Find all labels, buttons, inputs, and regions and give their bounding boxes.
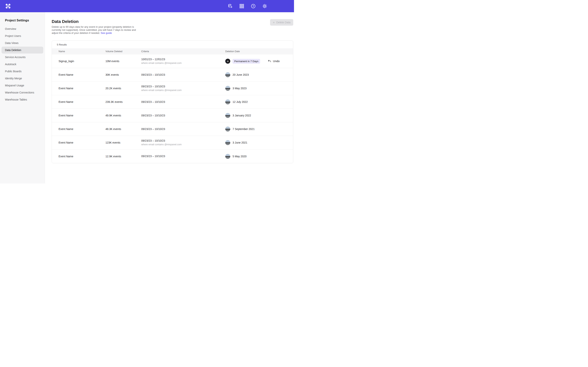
sidebar-item-warehouse-connections[interactable]: Warehouse Connections — [1, 89, 43, 96]
page-description: Delete up to 90 days data for any event … — [52, 25, 138, 35]
criteria-range: 09/23/23 – 10/10/23 — [141, 139, 165, 142]
event-name: Event Name — [59, 114, 105, 117]
volume-deleted: 20.2K events — [105, 87, 141, 90]
criteria: 09/23/23 – 10/10/23 where email contains… — [141, 139, 225, 146]
event-name: Signup_login — [59, 60, 105, 63]
sidebar-item-warehouse-tables[interactable]: Warehouse Tables — [1, 96, 43, 103]
mixpanel-logo[interactable] — [5, 3, 11, 9]
deletion-date: 12 July 2022 — [233, 100, 248, 103]
avatar — [225, 126, 230, 132]
criteria-range: 09/23/23 – 10/10/23 — [141, 155, 165, 158]
deletion-date: 20 June 2023 — [233, 73, 249, 76]
criteria: 09/23/23 – 10/10/23 — [141, 73, 225, 76]
top-bar: ? — [0, 0, 294, 12]
criteria: 09/23/23 – 10/10/23 — [141, 155, 225, 158]
criteria: 09/23/23 – 10/10/23 where email contains… — [141, 85, 225, 92]
table-row: Event Name 49.9K events 09/23/23 – 10/10… — [52, 109, 293, 122]
avatar — [225, 113, 230, 118]
table-row: Event Name 20.2K events 09/23/23 – 10/10… — [52, 82, 293, 95]
sidebar-title: Project Settings — [5, 18, 45, 22]
criteria: 09/23/23 – 10/10/23 — [141, 100, 225, 104]
volume-deleted: 123K events — [105, 141, 141, 144]
volume-deleted: 30K events — [105, 73, 141, 76]
deletion-date-cell: 3 June 2021 — [225, 140, 289, 145]
deletion-date: 3 January 2022 — [233, 114, 251, 117]
undo-button[interactable]: Undo — [268, 59, 280, 63]
deletion-date-cell: ☠ Permanent in 7 Days Undo — [225, 59, 289, 64]
plus-icon: + — [273, 21, 275, 24]
table-row: Event Name 123K events 09/23/23 – 10/10/… — [52, 136, 293, 150]
column-header-criteria: Criteria — [141, 50, 225, 53]
main-content: Data Deletion Delete up to 90 days data … — [45, 0, 294, 163]
project-settings-sidebar: Project Settings Overview Project Users … — [0, 12, 45, 184]
sidebar-item-service-accounts[interactable]: Service Accounts — [1, 54, 43, 61]
criteria: 10/01/23 – 12/01/23 where email contains… — [141, 58, 225, 65]
sidebar-item-mixpanel-usage[interactable]: Mixpanel Usage — [1, 82, 43, 89]
volume-deleted: 48.3K events — [105, 127, 141, 131]
help-icon[interactable]: ? — [251, 4, 256, 8]
settings-gear-icon[interactable] — [262, 4, 267, 8]
page-header: Data Deletion Delete up to 90 days data … — [45, 12, 294, 35]
criteria-range: 09/23/23 – 10/10/23 — [141, 73, 165, 76]
sidebar-item-data-deletion[interactable]: Data Deletion — [1, 47, 43, 53]
table-row: Event Name 48.3K events 09/23/23 – 10/10… — [52, 122, 293, 136]
deletion-date: 7 September 2021 — [233, 127, 255, 131]
avatar — [225, 86, 230, 91]
page-title: Data Deletion — [52, 19, 294, 24]
avatar: ☠ — [225, 59, 230, 64]
criteria-range: 10/01/23 – 12/01/23 — [141, 58, 165, 61]
criteria: 09/23/23 – 10/10/23 — [141, 114, 225, 117]
deletion-date: 5 May 2020 — [233, 155, 247, 158]
volume-deleted: 10M events — [105, 60, 141, 63]
undo-label: Undo — [273, 60, 280, 63]
event-name: Event Name — [59, 141, 105, 144]
table-row: Event Name 30K events 09/23/23 – 10/10/2… — [52, 68, 293, 82]
apps-grid-icon[interactable] — [239, 4, 244, 8]
sidebar-item-overview[interactable]: Overview — [1, 25, 43, 32]
avatar — [225, 72, 230, 77]
sidebar-item-data-views[interactable]: Data Views — [1, 40, 43, 46]
event-name: Event Name — [59, 155, 105, 158]
avatar — [225, 140, 230, 145]
table-row: Event Name 12.9K events 09/23/23 – 10/10… — [52, 150, 293, 163]
criteria-range: 09/23/23 – 10/10/23 — [141, 100, 165, 103]
table-header-row: Name Volume Deleted Criteria Deletion Da… — [52, 48, 293, 54]
sidebar-item-public-boards[interactable]: Public Boards — [1, 68, 43, 75]
deletion-table-card: 5 Results Name Volume Deleted Criteria D… — [52, 41, 293, 163]
delete-data-button-label: Delete Data — [277, 21, 291, 24]
results-count: 5 Results — [52, 41, 293, 48]
volume-deleted: 239.3K events — [105, 100, 141, 103]
data-settings-icon[interactable] — [228, 4, 233, 8]
criteria: 09/23/23 – 10/10/23 — [141, 127, 225, 131]
event-name: Event Name — [59, 73, 105, 76]
criteria-range: 09/23/23 – 10/10/23 — [141, 127, 165, 131]
criteria-range: 09/23/23 – 10/10/23 — [141, 114, 165, 117]
volume-deleted: 12.9K events — [105, 155, 141, 158]
deletion-date-cell: 12 July 2022 — [225, 100, 289, 104]
criteria-range: 09/23/23 – 10/10/23 — [141, 85, 165, 88]
sidebar-item-identity-merge[interactable]: Identity Merge — [1, 75, 43, 82]
svg-text:?: ? — [252, 5, 254, 8]
sidebar-item-autotrack[interactable]: Autotrack — [1, 61, 43, 68]
avatar — [225, 154, 230, 159]
sidebar-item-project-users[interactable]: Project Users — [1, 33, 43, 39]
table-row: Event Name 239.3K events 09/23/23 – 10/1… — [52, 95, 293, 109]
avatar — [225, 100, 230, 104]
delete-data-button[interactable]: + Delete Data — [270, 19, 293, 26]
table-row: Signup_login 10M events 10/01/23 – 12/01… — [52, 54, 293, 68]
status-badge: Permanent in 7 Days — [233, 59, 260, 64]
criteria-filter: where email contains @mixpanel.com — [141, 143, 225, 146]
see-guide-link[interactable]: See guide — [101, 32, 112, 34]
criteria-filter: where email contains @mixpanel.com — [141, 62, 225, 65]
deletion-date-cell: 3 May 2023 — [225, 86, 289, 91]
undo-icon — [268, 59, 271, 63]
column-header-name: Name — [59, 50, 105, 53]
criteria-filter: where email contains @mixpanel.com — [141, 89, 225, 92]
deletion-date-cell: 5 May 2020 — [225, 154, 289, 159]
column-header-volume: Volume Deleted — [105, 50, 141, 53]
column-header-deletion-date: Deletion Date — [225, 50, 289, 53]
deletion-date: 3 May 2023 — [233, 87, 247, 90]
deletion-date-cell: 7 September 2021 — [225, 126, 289, 132]
event-name: Event Name — [59, 127, 105, 131]
topbar-icon-group: ? — [228, 4, 267, 8]
